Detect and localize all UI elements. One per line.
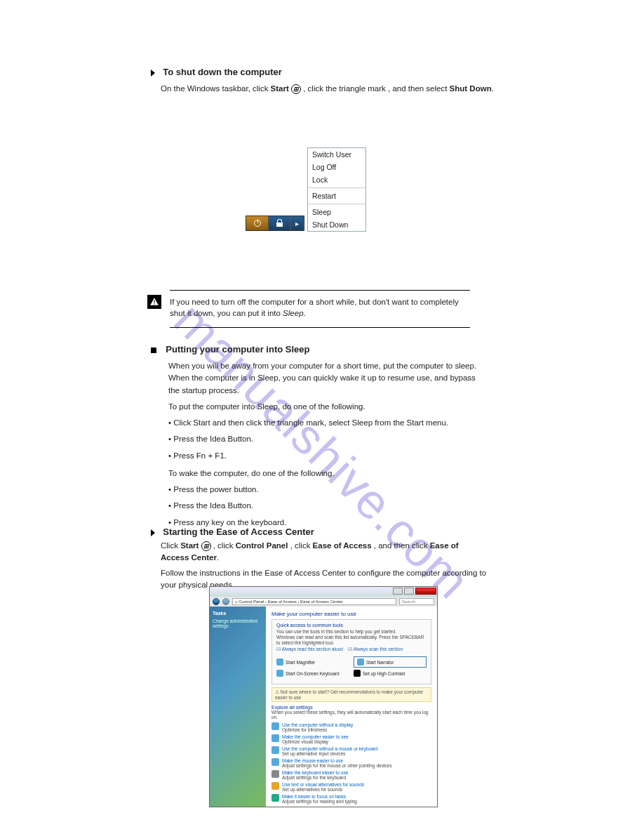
- explore-link-4[interactable]: Make the keyboard easier to use: [282, 770, 348, 775]
- breadcrumb[interactable]: « Control Panel › Ease of Access › Ease …: [232, 598, 396, 605]
- display-icon: [271, 722, 279, 730]
- lock-button[interactable]: [269, 216, 291, 230]
- nav-forward-button[interactable]: [222, 598, 229, 605]
- shutdown-section: To shut down the computer On the Windows…: [151, 67, 544, 95]
- power-button[interactable]: [246, 216, 269, 230]
- magnifier-icon: [276, 658, 283, 666]
- explore-sub-6: Adjust settings for reading and typing: [282, 799, 357, 804]
- sleep-list-head: To put the computer into Sleep, do one o…: [168, 401, 484, 413]
- ease-text-4: , and then click: [374, 541, 430, 550]
- keyboard-icon: [271, 770, 279, 778]
- explore-row-4: Make the keyboard easier to useAdjust se…: [271, 770, 431, 780]
- explore-sub-3: Adjust settings for the mouse or other p…: [282, 763, 391, 768]
- caution-text: If you need to turn off the computer for…: [170, 298, 459, 317]
- arrow-button[interactable]: ▸: [291, 216, 304, 230]
- explore-sub-4: Adjust settings for the keyboard: [282, 775, 348, 780]
- window-titlebar: [210, 587, 437, 597]
- power-menu-popup: Switch User Log Off Lock Restart Sleep S…: [307, 147, 366, 232]
- explore-sub-0: Optimize for blindness: [282, 727, 353, 732]
- shutdown-text-3: , and then select: [388, 84, 450, 93]
- quick-title: Quick access to common tools: [276, 623, 427, 628]
- ease-heading: Starting the Ease of Access Center: [163, 527, 314, 537]
- explore-row-0: Use the computer without a displayOptimi…: [271, 722, 431, 732]
- caution-tail: .: [304, 309, 306, 317]
- explore-row-3: Make the mouse easier to useAdjust setti…: [271, 758, 431, 768]
- main-title: Make your computer easier to use: [271, 611, 431, 617]
- input-icon: [271, 746, 279, 754]
- wake-item-2: • Press the Idea Button.: [168, 500, 484, 512]
- window-main: Make your computer easier to use Quick a…: [266, 607, 437, 807]
- sound-icon: [271, 782, 279, 790]
- ease-eoa-label: Ease of Access: [313, 541, 372, 550]
- bullet-square-icon: [151, 348, 156, 353]
- maximize-button[interactable]: [404, 588, 414, 595]
- explore-row-1: Make the computer easier to seeOptimize …: [271, 734, 431, 744]
- ease-text-1: Click: [161, 541, 180, 550]
- mouse-icon: [271, 758, 279, 766]
- sidebar-tasks-label: Tasks: [213, 611, 263, 616]
- explore-link-6[interactable]: Make it easier to focus on tasks: [282, 794, 357, 799]
- checkbox-scan-section[interactable]: ☑ Always scan this section: [348, 647, 403, 651]
- menu-lock[interactable]: Lock: [308, 173, 365, 186]
- menu-separator: [308, 204, 365, 204]
- ease-of-access-window: « Control Panel › Ease of Access › Ease …: [209, 586, 438, 807]
- explore-link-0[interactable]: Use the computer without a display: [282, 722, 353, 727]
- windows-logo-icon: ⊞: [201, 541, 211, 551]
- keyboard-icon: [276, 670, 283, 677]
- sleep-paragraph: When you will be away from your computer…: [168, 360, 484, 397]
- ease-text-2: , click: [213, 541, 236, 550]
- explore-link-2[interactable]: Use the computer without a mouse or keyb…: [282, 746, 378, 751]
- close-button[interactable]: [415, 588, 436, 595]
- high-contrast-button[interactable]: Set up High Contrast: [354, 670, 427, 677]
- recommendation-bar[interactable]: ⚠ Not sure where to start? Get recommend…: [271, 687, 431, 702]
- lock-icon: [276, 223, 283, 227]
- explore-settings: Explore all settings When you select the…: [271, 705, 431, 804]
- wake-label: To wake the computer, do one of the foll…: [168, 468, 484, 479]
- windows-logo-icon: ⊞: [291, 84, 301, 94]
- sleep-item-2: • Press the Idea Button.: [168, 433, 484, 445]
- shutdown-heading: To shut down the computer: [163, 67, 281, 77]
- shutdown-text-2: , click the triangle mark: [303, 84, 386, 93]
- bullet-triangle-icon: [151, 529, 155, 536]
- checkbox-read-aloud[interactable]: ☑ Always read this section aloud: [276, 647, 343, 651]
- sleep-section: Putting your computer into Sleep When yo…: [168, 344, 484, 533]
- sleep-item-1: • Click Start and then click the triangl…: [168, 417, 484, 429]
- menu-shut-down[interactable]: Shut Down: [308, 218, 365, 231]
- focus-icon: [271, 794, 279, 802]
- shutdown-text-end: .: [492, 84, 494, 93]
- explore-link-1[interactable]: Make the computer easier to see: [282, 734, 349, 739]
- start-magnifier-button[interactable]: Start Magnifier: [276, 656, 349, 668]
- ease-cp-label: Control Panel: [236, 541, 288, 550]
- sidebar-admin-link[interactable]: Change administrative settings: [213, 618, 263, 628]
- search-input[interactable]: Search: [399, 598, 434, 605]
- menu-separator: [308, 187, 365, 188]
- eye-icon: [271, 734, 279, 742]
- sleep-heading: Putting your computer into Sleep: [166, 344, 309, 355]
- quick-access-box: Quick access to common tools You can use…: [271, 619, 431, 684]
- menu-switch-user[interactable]: Switch User: [308, 148, 365, 161]
- window-sidebar: Tasks Change administrative settings: [210, 607, 266, 807]
- shutdown-text-1: On the Windows taskbar, click: [161, 84, 271, 93]
- sleep-item-3: • Press Fn + F1.: [168, 450, 484, 462]
- explore-link-3[interactable]: Make the mouse easier to use: [282, 758, 391, 763]
- explore-title: Explore all settings: [271, 705, 431, 710]
- caution-icon: [147, 295, 161, 309]
- menu-restart[interactable]: Restart: [308, 190, 365, 202]
- wake-item-1: • Press the power button.: [168, 484, 484, 496]
- start-osk-button[interactable]: Start On-Screen Keyboard: [276, 670, 349, 677]
- svg-rect-0: [154, 300, 154, 303]
- explore-row-5: Use text or visual alternatives for soun…: [271, 782, 431, 792]
- explore-link-5[interactable]: Use text or visual alternatives for soun…: [282, 782, 364, 787]
- nav-back-button[interactable]: [213, 598, 220, 605]
- explore-sub-1: Optimize visual display: [282, 739, 349, 744]
- menu-sleep[interactable]: Sleep: [308, 206, 365, 218]
- window-navbar: « Control Panel › Ease of Access › Ease …: [210, 597, 437, 607]
- svg-rect-1: [154, 303, 154, 304]
- shutdown-action-label: Shut Down: [450, 84, 492, 93]
- minimize-button[interactable]: [393, 588, 403, 595]
- quick-desc-2: Windows can read and scan this list auto…: [276, 635, 427, 646]
- ease-text-3: , click: [290, 541, 313, 550]
- explore-sub: When you select these settings, they wil…: [271, 710, 431, 720]
- menu-log-off[interactable]: Log Off: [308, 161, 365, 173]
- start-narrator-button[interactable]: Start Narrator: [354, 656, 427, 668]
